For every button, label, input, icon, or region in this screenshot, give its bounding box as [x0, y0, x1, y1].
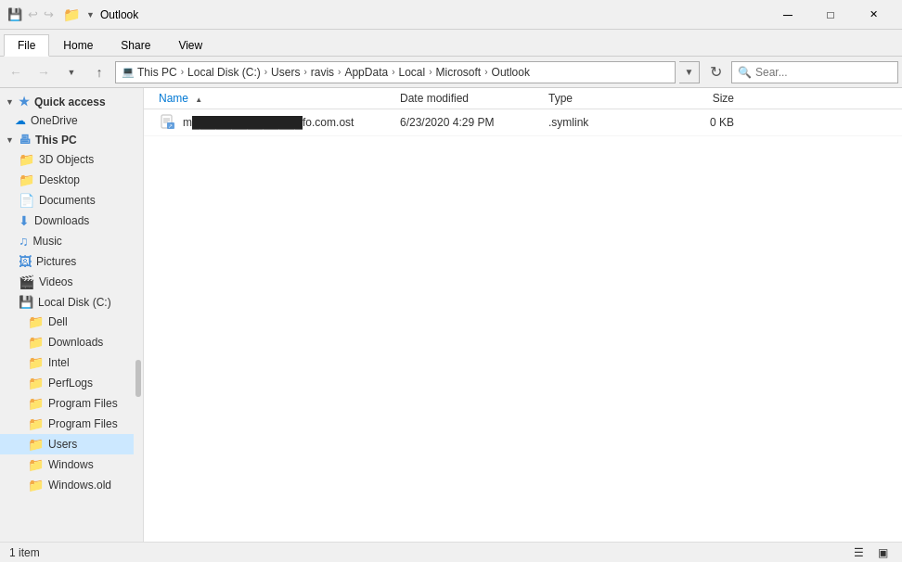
sidebar-item-dell[interactable]: 📁 Dell [0, 312, 143, 332]
tab-home[interactable]: Home [49, 34, 107, 56]
address-chevron[interactable]: ▼ [679, 61, 700, 83]
sidebar-label-downloads: Downloads [34, 214, 89, 227]
sidebar-scroll-track[interactable] [134, 88, 143, 542]
refresh-button[interactable]: ↻ [703, 61, 728, 83]
search-icon: 🔍 [738, 66, 752, 79]
ribbon: File Home Share View [0, 30, 902, 57]
sidebar-item-downloads2[interactable]: 📁 Downloads [0, 332, 143, 352]
col-size-label: Size [713, 92, 734, 105]
file-icon-ost: ↗ [159, 113, 177, 132]
sidebar-item-music[interactable]: ♫ Music [0, 231, 143, 251]
title-bar: 💾 ↩ ↪ 📁 ▼ Outlook ─ □ ✕ [0, 0, 902, 30]
sidebar-item-program-files-x86[interactable]: 📁 Program Files [0, 414, 143, 434]
path-microsoft: Microsoft [436, 66, 482, 79]
sidebar-item-pictures[interactable]: 🖼 Pictures [0, 251, 143, 272]
sidebar-label-onedrive: OneDrive [31, 114, 78, 127]
quick-access-chevron: ▼ [6, 97, 14, 107]
path-arrow-4: › [338, 67, 341, 77]
col-header-size[interactable]: Size [660, 92, 734, 105]
up-button[interactable]: ↑ [87, 61, 111, 83]
folder-downloads-icon: ⬇ [19, 213, 30, 228]
forward-button[interactable]: → [32, 61, 56, 83]
path-pc: 💻 This PC [122, 66, 177, 79]
window-title: Outlook [100, 8, 138, 21]
recent-locations-button[interactable]: ▼ [59, 61, 84, 83]
sidebar-label-this-pc: This PC [35, 134, 77, 147]
details-view-button[interactable]: ☰ [848, 544, 869, 561]
col-date-label: Date modified [400, 92, 469, 105]
sidebar-item-onedrive[interactable]: ☁ OneDrive [0, 111, 143, 130]
file-view: Name ▲ Date modified Type Size [144, 88, 902, 542]
sidebar-item-program-files[interactable]: 📁 Program Files [0, 393, 143, 414]
folder-intel-icon: 📁 [28, 355, 44, 370]
col-header-date[interactable]: Date modified [400, 92, 548, 105]
sidebar-label-downloads2: Downloads [48, 336, 103, 349]
folder-music-icon: ♫ [19, 234, 29, 249]
item-count: 1 item [9, 546, 40, 559]
col-header-name[interactable]: Name ▲ [159, 92, 400, 105]
path-outlook: Outlook [492, 66, 530, 79]
address-path[interactable]: 💻 This PC › Local Disk (C:) › Users › ra… [115, 61, 676, 83]
sidebar-item-perflogs[interactable]: 📁 PerfLogs [0, 373, 143, 393]
sidebar-label-quick-access: Quick access [34, 96, 106, 109]
tab-share[interactable]: Share [107, 34, 164, 56]
back-button[interactable]: ← [4, 61, 28, 83]
col-type-label: Type [548, 92, 573, 105]
address-bar: ← → ▼ ↑ 💻 This PC › Local Disk (C:) › Us… [0, 57, 902, 88]
folder-pfx86-icon: 📁 [28, 416, 44, 431]
main-area: ▼ ★ Quick access ☁ OneDrive ▼ 🖶 This PC … [0, 88, 902, 542]
sidebar-label-perflogs: PerfLogs [48, 377, 93, 390]
search-input[interactable] [755, 66, 892, 79]
sidebar-item-windows-old[interactable]: 📁 Windows.old [0, 475, 143, 495]
sidebar-item-intel[interactable]: 📁 Intel [0, 352, 143, 373]
minimize-button[interactable]: ─ [767, 0, 809, 30]
sidebar-item-desktop[interactable]: 📁 Desktop [0, 170, 143, 190]
sidebar-label-users: Users [48, 438, 77, 451]
sidebar-section-quick-access[interactable]: ▼ ★ Quick access [0, 92, 143, 111]
sidebar-scroll-handle[interactable] [135, 360, 141, 397]
folder-perflogs-icon: 📁 [28, 376, 44, 390]
folder-videos-icon: 🎬 [19, 275, 34, 289]
sidebar-label-program-files: Program Files [48, 397, 118, 410]
sidebar-section-this-pc[interactable]: ▼ 🖶 This PC [0, 130, 143, 149]
close-button[interactable]: ✕ [852, 0, 895, 30]
file-date-ost: 6/23/2020 4:29 PM [400, 116, 548, 129]
save-icon[interactable]: 💾 [7, 7, 22, 21]
folder-dell-icon: 📁 [28, 314, 44, 329]
sidebar-label-windows: Windows [48, 458, 94, 471]
sidebar-label-desktop: Desktop [39, 173, 80, 186]
folder-3d-icon: 📁 [19, 152, 34, 167]
search-box[interactable]: 🔍 [731, 61, 898, 83]
path-arrow-2: › [264, 67, 267, 77]
large-icons-view-button[interactable]: ▣ [872, 544, 893, 561]
symlink-file-icon: ↗ [160, 114, 176, 131]
file-row-ost[interactable]: ↗ m██████████████fo.com.ost 6/23/2020 4:… [144, 109, 902, 136]
sidebar-item-3d-objects[interactable]: 📁 3D Objects [0, 149, 143, 170]
maximize-button[interactable]: □ [809, 0, 852, 30]
title-chevron[interactable]: ▼ [86, 10, 95, 19]
path-local: Local [398, 66, 425, 79]
sidebar-label-local-disk: Local Disk (C:) [38, 296, 111, 309]
tab-view[interactable]: View [164, 34, 216, 56]
file-name-ost: m██████████████fo.com.ost [183, 116, 400, 129]
sidebar-item-users[interactable]: 📁 Users [0, 434, 143, 454]
path-arrow-6: › [429, 67, 432, 77]
svg-text:↗: ↗ [168, 123, 173, 129]
sidebar-item-documents[interactable]: 📄 Documents [0, 190, 143, 211]
col-header-type[interactable]: Type [548, 92, 660, 105]
folder-documents-icon: 📄 [19, 193, 34, 208]
title-bar-icons: 💾 ↩ ↪ 📁 ▼ [7, 6, 95, 23]
folder-users-icon: 📁 [28, 437, 44, 452]
sidebar-item-windows[interactable]: 📁 Windows [0, 454, 143, 475]
tab-file[interactable]: File [4, 34, 49, 57]
path-appdata: AppData [344, 66, 388, 79]
sidebar-item-downloads[interactable]: ⬇ Downloads [0, 211, 143, 231]
undo-icon[interactable]: ↩ [28, 7, 38, 21]
redo-icon[interactable]: ↪ [44, 7, 54, 21]
star-icon: ★ [19, 95, 30, 109]
folder-desktop-icon: 📁 [19, 173, 34, 187]
sidebar-label-videos: Videos [39, 275, 72, 288]
view-buttons: ☰ ▣ [848, 544, 893, 561]
sidebar-item-videos[interactable]: 🎬 Videos [0, 272, 143, 292]
sidebar-item-local-disk[interactable]: 💾 Local Disk (C:) [0, 292, 143, 312]
